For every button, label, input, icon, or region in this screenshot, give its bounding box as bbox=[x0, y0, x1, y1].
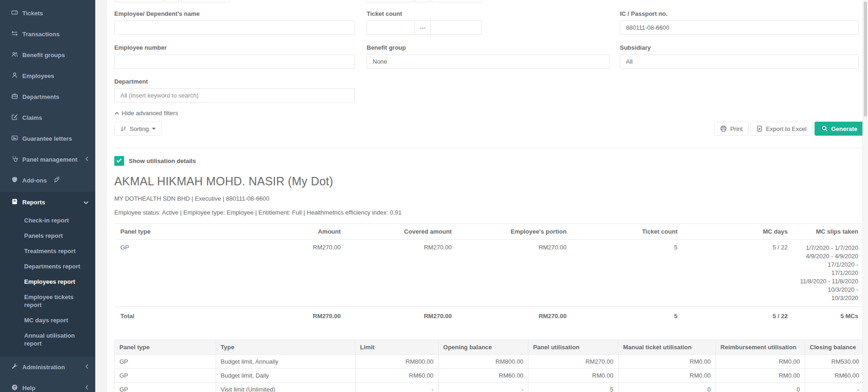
cell: 5 bbox=[528, 383, 618, 392]
cell-total-mc-days: 5 / 22 bbox=[684, 307, 794, 326]
sidebar-item-transactions[interactable]: Transactions bbox=[0, 24, 95, 45]
cell-mc-slips: 1/7/2020 - 1/7/2020 4/9/2020 - 4/9/2020 … bbox=[794, 240, 864, 307]
sidebar-item-reports[interactable]: Reports bbox=[0, 192, 95, 213]
cell: GP bbox=[115, 369, 216, 383]
excel-file-icon bbox=[756, 125, 763, 132]
chevron-left-icon bbox=[85, 385, 89, 392]
cell: RM60.00 bbox=[355, 369, 438, 383]
chevron-down-icon bbox=[83, 199, 89, 206]
department-label: Department bbox=[114, 78, 355, 85]
sidebar: Tickets Transactions Benefit groups Empl… bbox=[0, 0, 95, 392]
sidebar-item-claims[interactable]: Claims bbox=[0, 107, 95, 128]
svg-text:?: ? bbox=[13, 385, 16, 390]
sidebar-item-benefit-groups[interactable]: Benefit groups bbox=[0, 45, 95, 65]
shield-icon bbox=[11, 176, 18, 184]
search-icon bbox=[822, 125, 828, 132]
cell: RM0.00 bbox=[716, 355, 805, 369]
edit-icon bbox=[11, 114, 18, 122]
cell: - bbox=[438, 383, 528, 392]
name-field-label: Employee/ Dependent’s name bbox=[114, 10, 355, 17]
sidebar-item-tickets[interactable]: Tickets bbox=[0, 3, 95, 24]
id-card-icon bbox=[11, 135, 18, 143]
ic-passport-label: IC / Passport no. bbox=[620, 10, 859, 17]
show-utilisation-row: Show utilisation details bbox=[114, 156, 864, 166]
mc-slip-date: 4/9/2020 - 4/9/2020 bbox=[800, 252, 858, 261]
department-input[interactable] bbox=[114, 88, 355, 103]
show-utilisation-label: Show utilisation details bbox=[129, 157, 196, 164]
sidebar-item-guarantee-letters[interactable]: Guarantee letters bbox=[0, 128, 95, 149]
sidebar-item-administration[interactable]: Administration bbox=[0, 357, 95, 378]
question-circle-icon: ? bbox=[11, 384, 18, 392]
printer-icon bbox=[720, 125, 727, 132]
sidebar-item-label: Departments bbox=[22, 93, 59, 100]
check-icon bbox=[116, 157, 122, 164]
cell-panel-type: GP bbox=[114, 240, 268, 307]
hide-advanced-filters-link[interactable]: Hide advanced filters bbox=[114, 110, 178, 117]
show-utilisation-checkbox[interactable] bbox=[114, 156, 124, 166]
chevron-left-icon bbox=[85, 156, 89, 163]
sidebar-item-label: Add-ons bbox=[22, 177, 47, 184]
subsidiary-input[interactable] bbox=[620, 54, 859, 69]
sorting-button[interactable]: Sorting bbox=[114, 122, 162, 136]
sidebar-item-employees[interactable]: Employees bbox=[0, 65, 95, 86]
sidebar-item-employee-tickets-report[interactable]: Employee tickets report bbox=[0, 289, 95, 313]
print-button[interactable]: Print bbox=[714, 122, 749, 136]
cell: RM0.00 bbox=[528, 369, 618, 383]
sidebar-item-mc-days-report[interactable]: MC days report bbox=[0, 313, 95, 328]
mc-slip-date: 11/8/2020 - 11/8/2020 bbox=[800, 277, 858, 286]
cell: RM800.00 bbox=[438, 355, 528, 369]
ic-passport-input[interactable] bbox=[620, 20, 859, 35]
cell: RM270.00 bbox=[528, 355, 618, 369]
generate-button[interactable]: Generate bbox=[815, 122, 864, 136]
col-header: Panel type bbox=[114, 224, 268, 240]
scrollbar-thumb[interactable] bbox=[864, 1, 867, 117]
sidebar-item-label: Benefit groups bbox=[22, 52, 65, 59]
col-header: Employee's portion bbox=[458, 224, 572, 240]
cell-total-label: Total bbox=[114, 307, 268, 326]
employee-meta: MY DOTHEALTH SDN BHD | Executive | 88011… bbox=[114, 195, 864, 202]
cell-amount: RM270.00 bbox=[268, 240, 347, 307]
sidebar-item-departments-report[interactable]: Departments report bbox=[0, 259, 95, 274]
summary-table-row: GP RM270.00 RM270.00 RM270.00 5 5 / 22 1… bbox=[114, 240, 864, 307]
ticket-count-min-input[interactable] bbox=[367, 20, 415, 35]
sidebar-item-label: Tickets bbox=[22, 10, 43, 17]
sidebar-item-help[interactable]: ? Help bbox=[0, 378, 95, 392]
sidebar-item-annual-utilisation-report[interactable]: Annual utilisation report bbox=[0, 328, 91, 351]
col-header: Covered amount bbox=[347, 224, 458, 240]
sort-icon bbox=[120, 126, 126, 132]
export-to-excel-button[interactable]: Export to Excel bbox=[750, 122, 812, 136]
col-header: MC days bbox=[684, 224, 794, 240]
sidebar-item-panels-report[interactable]: Panels report bbox=[0, 228, 95, 243]
cell: RM0.00 bbox=[716, 369, 805, 383]
employee-number-input[interactable] bbox=[114, 54, 355, 69]
cell: RM530.00 bbox=[805, 355, 864, 369]
cutoff-input bbox=[432, 0, 482, 2]
employee-info: Employee status: Active | Employee type:… bbox=[114, 209, 864, 216]
cell: 0 bbox=[716, 383, 805, 392]
subsidiary-label: Subsidiary bbox=[620, 44, 859, 51]
cell-total-amount: RM270.00 bbox=[268, 307, 347, 326]
sidebar-item-employees-report[interactable]: Employees report bbox=[0, 274, 95, 289]
briefcase-icon bbox=[11, 93, 18, 101]
col-header: Panel utilisation bbox=[528, 340, 618, 355]
sidebar-item-label: Administration bbox=[22, 364, 65, 371]
employee-dependent-name-input[interactable] bbox=[114, 20, 355, 35]
users-icon bbox=[11, 51, 18, 59]
sidebar-item-check-in-report[interactable]: Check-in report bbox=[0, 213, 95, 228]
cell-total-mc-slips: 5 MCs bbox=[794, 307, 864, 326]
sidebar-item-treatments-report[interactable]: Treatments report bbox=[0, 243, 95, 259]
sidebar-item-departments[interactable]: Departments bbox=[0, 86, 95, 107]
col-header: Limit bbox=[355, 340, 438, 355]
vertical-scrollbar[interactable] bbox=[862, 0, 868, 392]
cell: RM800.00 bbox=[355, 355, 438, 369]
mc-slip-date: 1/7/2020 - 1/7/2020 bbox=[800, 244, 858, 252]
range-separator: --- bbox=[414, 20, 431, 35]
benefit-group-input[interactable] bbox=[367, 54, 610, 69]
ticket-count-max-input[interactable] bbox=[430, 20, 482, 35]
col-header: Closing balance bbox=[805, 340, 864, 355]
sidebar-item-panel-management[interactable]: Panel management bbox=[0, 149, 95, 170]
transactions-icon bbox=[11, 30, 18, 38]
wrench-icon bbox=[11, 363, 18, 371]
sidebar-item-add-ons[interactable]: Add-ons bbox=[0, 170, 95, 191]
stethoscope-icon bbox=[11, 156, 18, 163]
